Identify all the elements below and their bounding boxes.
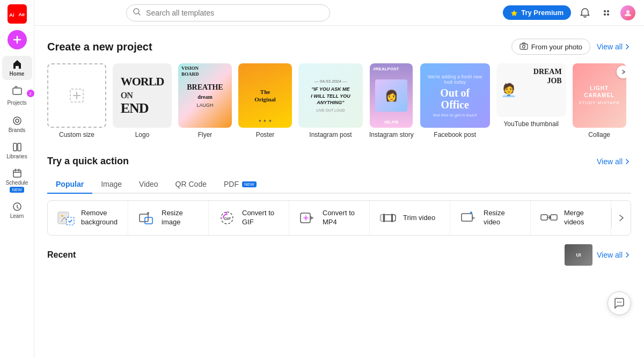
sidebar-item-home[interactable]: Home: [2, 56, 32, 80]
chat-button[interactable]: [608, 291, 631, 315]
sidebar-projects-label: Projects: [7, 100, 26, 106]
instagram-post-thumb: — 04.03.2024 — "IF YOU ASK MEI WILL TELL…: [298, 63, 363, 128]
from-photo-button[interactable]: From your photo: [511, 39, 590, 55]
recent-thumb[interactable]: UI: [565, 244, 592, 266]
action-trim-video[interactable]: Trim video: [370, 201, 450, 235]
template-card-instagram-story[interactable]: #REALPOST 👩 #ELFIE Instagram story: [369, 63, 414, 138]
template-card-poster[interactable]: TheOriginal ✦ ✦ ✦ Poster: [238, 63, 292, 138]
recent-label: Recent: [47, 250, 76, 260]
create-view-all[interactable]: View all: [597, 42, 631, 51]
action-label: Merge videos: [564, 209, 602, 227]
actions-next-button[interactable]: [611, 208, 631, 228]
action-resize-image[interactable]: Resize image: [128, 201, 209, 235]
header-actions: From your photo View all: [511, 39, 631, 55]
template-label: Instagram story: [369, 131, 414, 138]
template-card-facebook-post[interactable]: We're adding a fresh new look today Out …: [420, 63, 490, 138]
tab-video[interactable]: Video: [130, 176, 167, 194]
sidebar-item-libraries[interactable]: Libraries: [2, 138, 32, 163]
gif-icon: GIF: [217, 208, 237, 228]
template-label: Instagram post: [309, 131, 352, 138]
youtube-thumb: DREAMJOB 🧑‍💼: [496, 63, 566, 117]
recent-view-all[interactable]: View all: [597, 251, 631, 259]
sidebar-learn-label: Learn: [10, 213, 24, 219]
svg-rect-7: [18, 143, 21, 151]
search-input[interactable]: [126, 4, 330, 21]
svg-point-4: [13, 117, 21, 125]
content-area: Create a new project From your photo Vie…: [34, 26, 644, 358]
svg-text:Ai: Ai: [9, 12, 14, 18]
action-label: Resize image: [162, 209, 200, 227]
svg-rect-6: [13, 143, 17, 151]
svg-rect-3: [13, 88, 21, 94]
quick-actions-title: Try a quick action: [47, 156, 129, 167]
tab-image[interactable]: Image: [92, 176, 130, 194]
template-label: Poster: [256, 131, 275, 138]
quick-actions-section: Try a quick action View all Popular Imag…: [47, 156, 631, 236]
collage-thumb: LIGHTCARAMELSTUDY MIXTAPE: [573, 63, 626, 128]
app-logo: Ai Ae: [8, 4, 27, 24]
sidebar-home-label: Home: [10, 71, 25, 77]
template-card-custom-size[interactable]: Custom size: [47, 63, 106, 138]
notifications-icon[interactable]: [577, 5, 592, 20]
schedule-new-badge: NEW: [10, 187, 24, 193]
action-convert-gif[interactable]: GIF Convert to GIF: [209, 201, 289, 235]
svg-point-13: [607, 10, 609, 12]
template-card-collage[interactable]: LIGHTCARAMELSTUDY MIXTAPE Collage: [573, 63, 626, 138]
apps-icon[interactable]: [599, 5, 614, 20]
templates-row: Custom size WORLDONEND Logo VISIONBOARD …: [47, 63, 631, 143]
svg-rect-30: [391, 214, 393, 222]
quick-actions-header: Try a quick action View all: [47, 156, 631, 167]
svg-rect-29: [383, 214, 385, 222]
svg-rect-33: [551, 215, 557, 220]
page-title: Create a new project: [47, 41, 152, 53]
flyer-thumb: VISIONBOARD BREATHEdream LAUGH: [178, 63, 232, 128]
svg-point-14: [604, 13, 606, 16]
resize-icon: [137, 208, 156, 228]
quick-actions-view-all[interactable]: View all: [597, 157, 631, 166]
template-label: Collage: [588, 131, 610, 138]
svg-point-5: [16, 119, 19, 122]
tab-pdf[interactable]: PDF NEW: [215, 176, 265, 194]
tab-popular[interactable]: Popular: [47, 176, 92, 194]
search-icon: [133, 8, 141, 18]
try-premium-button[interactable]: Try Premium: [503, 5, 571, 20]
template-card-youtube-thumbnail[interactable]: DREAMJOB 🧑‍💼 YouTube thumbnail: [496, 63, 566, 138]
from-photo-label: From your photo: [531, 43, 582, 51]
action-resize-video[interactable]: Resize video: [450, 201, 531, 235]
sidebar-item-schedule[interactable]: Schedule NEW: [2, 165, 32, 196]
action-remove-bg[interactable]: Remove background: [48, 201, 128, 235]
sidebar-item-learn[interactable]: Learn: [2, 198, 32, 222]
custom-size-thumb: [47, 63, 106, 128]
action-label: Convert to MP4: [323, 209, 361, 227]
template-card-logo[interactable]: WORLDONEND Logo: [113, 63, 172, 138]
add-button[interactable]: [8, 30, 27, 49]
svg-marker-11: [511, 10, 517, 16]
topbar-right: Try Premium: [503, 5, 635, 20]
poster-thumb: TheOriginal ✦ ✦ ✦: [238, 63, 292, 128]
svg-point-12: [604, 10, 606, 12]
template-label: Logo: [135, 131, 150, 138]
template-label: YouTube thumbnail: [503, 120, 559, 128]
facebook-post-thumb: We're adding a fresh new look today Out …: [420, 63, 490, 128]
template-card-flyer[interactable]: VISIONBOARD BREATHEdream LAUGH Flyer: [178, 63, 232, 138]
sidebar: Ai Ae Home Projects 2 Brands: [0, 0, 34, 358]
logo-thumb: WORLDONEND: [113, 63, 172, 128]
pdf-new-badge: NEW: [242, 181, 257, 187]
action-convert-mp4[interactable]: Convert to MP4: [289, 201, 370, 235]
instagram-story-thumb: #REALPOST 👩 #ELFIE: [370, 63, 413, 128]
quick-actions-row: Remove background Resize image: [47, 200, 631, 236]
sidebar-item-projects[interactable]: Projects 2: [2, 82, 32, 110]
svg-rect-8: [13, 170, 21, 177]
svg-rect-24: [145, 217, 152, 224]
svg-text:Ae: Ae: [18, 12, 25, 17]
avatar[interactable]: [620, 5, 635, 20]
svg-point-34: [617, 302, 618, 303]
create-project-header: Create a new project From your photo Vie…: [47, 39, 631, 55]
tab-qr-code[interactable]: QR Code: [167, 176, 215, 194]
action-merge-videos[interactable]: Merge videos: [531, 201, 611, 235]
sidebar-schedule-label: Schedule: [6, 180, 28, 186]
sidebar-item-brands[interactable]: Brands: [2, 112, 32, 136]
template-card-instagram-post[interactable]: — 04.03.2024 — "IF YOU ASK MEI WILL TELL…: [298, 63, 363, 138]
sidebar-brands-label: Brands: [9, 127, 26, 133]
svg-point-15: [607, 13, 609, 16]
